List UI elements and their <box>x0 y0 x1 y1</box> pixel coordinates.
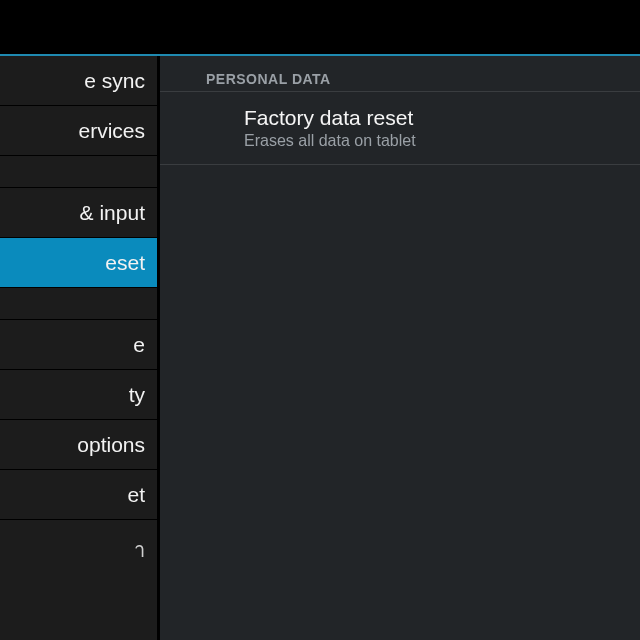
sidebar-item-e[interactable]: e <box>0 320 157 370</box>
sidebar-item-language-input[interactable]: & input <box>0 188 157 238</box>
section-header-personal-data: PERSONAL DATA <box>160 56 640 92</box>
sidebar-item-et[interactable]: et <box>0 470 157 520</box>
sidebar-section-gap <box>0 288 157 320</box>
setting-title: Factory data reset <box>244 106 640 130</box>
sidebar-item-label: options <box>77 433 145 457</box>
settings-sidebar: e sync ervices & input eset e ty options… <box>0 56 158 640</box>
sidebar-section-gap <box>0 156 157 188</box>
sidebar-item-ty[interactable]: ty <box>0 370 157 420</box>
sidebar-item-options[interactable]: options <box>0 420 157 470</box>
settings-screen: e sync ervices & input eset e ty options… <box>0 0 640 640</box>
sidebar-item-label: eset <box>105 251 145 275</box>
settings-content: PERSONAL DATA Factory data reset Erases … <box>159 56 640 640</box>
sidebar-item-label: ty <box>129 383 145 407</box>
sidebar-item-label: e <box>133 333 145 357</box>
sidebar-item-label: e sync <box>84 69 145 93</box>
sidebar-item-label: & input <box>80 201 145 225</box>
setting-subtitle: Erases all data on tablet <box>244 132 640 150</box>
sidebar-item-backup-reset[interactable]: eset <box>0 238 157 288</box>
sidebar-item-loose[interactable]: า <box>0 520 157 580</box>
sidebar-item-sync[interactable]: e sync <box>0 56 157 106</box>
sidebar-item-label: า <box>134 534 145 566</box>
sidebar-item-label: ervices <box>78 119 145 143</box>
setting-factory-data-reset[interactable]: Factory data reset Erases all data on ta… <box>160 92 640 165</box>
section-header-label: PERSONAL DATA <box>206 71 331 87</box>
sidebar-item-services[interactable]: ervices <box>0 106 157 156</box>
sidebar-item-label: et <box>127 483 145 507</box>
